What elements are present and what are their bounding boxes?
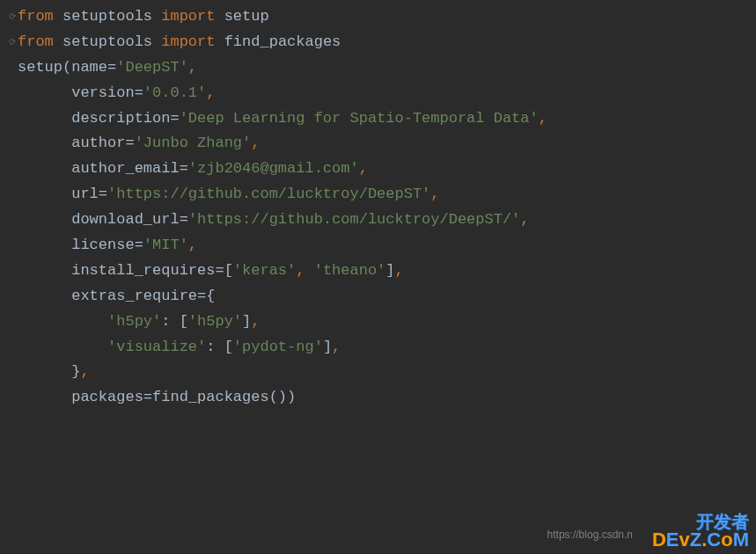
watermark-url: https://blog.csdn.n: [547, 526, 633, 543]
code-line-license: license='MIT',: [9, 233, 756, 259]
gutter-arrow-icon: ⟳: [9, 10, 16, 25]
code-line-1: ⟳from setuptools import setup: [9, 4, 756, 30]
code-line-author-email: author_email='zjb2046@gmail.com',: [9, 157, 756, 182]
code-line-version: version='0.0.1',: [9, 81, 756, 106]
code-editor[interactable]: ⟳from setuptools import setup ⟳from setu…: [0, 0, 756, 415]
code-line-extras-close: },: [9, 360, 756, 385]
code-line-setup: setup(name='DeepST',: [9, 55, 756, 81]
code-line-packages: packages=find_packages()): [9, 385, 756, 411]
watermark-logo: 开发者 DEvZ.CoM: [652, 513, 749, 550]
code-line-description: description='Deep Learning for Spatio-Te…: [9, 106, 756, 132]
code-line-extras-require: extras_require={: [9, 284, 756, 310]
code-line-2: ⟳from setuptools import find_packages: [9, 30, 756, 55]
code-line-author: author='Junbo Zhang',: [9, 131, 756, 157]
code-line-extras-h5py: 'h5py': ['h5py'],: [9, 310, 756, 335]
code-line-download-url: download_url='https://github.com/lucktro…: [9, 208, 756, 233]
watermark-logo-cn: 开发者: [696, 513, 749, 530]
code-line-url: url='https://github.com/lucktroy/DeepST'…: [9, 182, 756, 208]
watermark-logo-en: DEvZ.CoM: [652, 530, 749, 550]
gutter-arrow-icon: ⟳: [9, 35, 16, 50]
code-line-install-requires: install_requires=['keras', 'theano'],: [9, 259, 756, 284]
code-line-extras-visualize: 'visualize': ['pydot-ng'],: [9, 335, 756, 361]
